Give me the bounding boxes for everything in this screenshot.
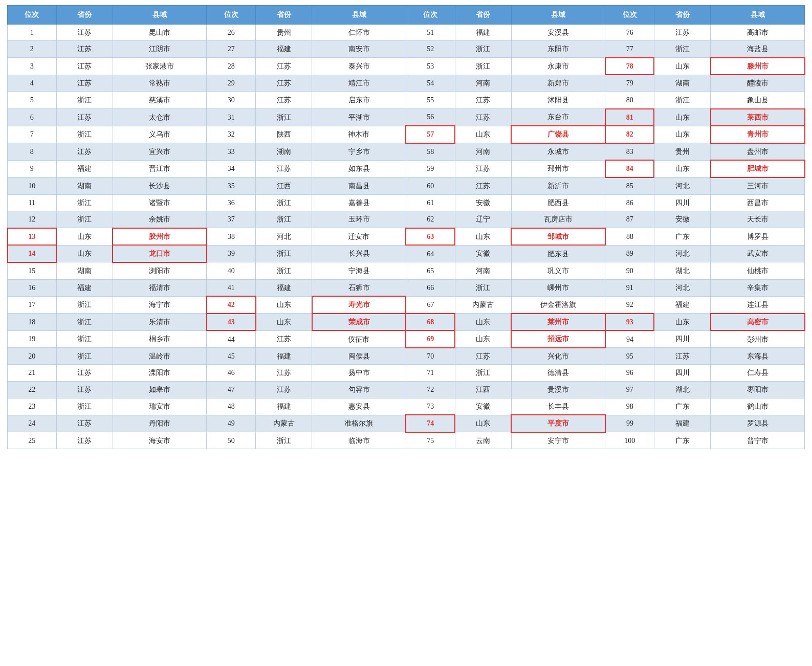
cell-county-4-1: 启东市 — [312, 92, 406, 108]
cell-rank-17-0: 18 — [8, 314, 57, 331]
cell-county-18-3: 彭州市 — [711, 330, 805, 348]
cell-prov-21-2: 江西 — [455, 382, 511, 398]
ranking-table: 位次 省份 县域 位次 省份 县域 位次 省份 县域 位次 省份 县域 1江苏昆… — [7, 5, 805, 449]
cell-rank-16-0: 17 — [8, 296, 57, 314]
cell-prov-10-0: 浙江 — [56, 194, 113, 211]
cell-county-8-0: 晋江市 — [113, 160, 207, 177]
cell-prov-0-0: 江苏 — [56, 24, 113, 41]
cell-prov-5-3: 山东 — [654, 109, 710, 126]
cell-prov-18-3: 四川 — [654, 330, 710, 348]
cell-prov-4-1: 江苏 — [256, 92, 312, 108]
cell-prov-16-2: 内蒙古 — [455, 296, 511, 314]
cell-county-9-3: 三河市 — [711, 177, 805, 194]
table-row: 8江苏宜兴市33湖南宁乡市58河南永城市83贵州盘州市 — [8, 143, 805, 161]
table-row: 13山东胶州市38河北迁安市63山东邹城市88广东博罗县 — [8, 228, 805, 246]
cell-county-21-3: 枣阳市 — [711, 382, 805, 398]
cell-county-15-0: 福清市 — [113, 279, 207, 296]
cell-rank-0-0: 1 — [8, 24, 57, 41]
cell-rank-21-1: 47 — [207, 382, 256, 398]
cell-county-7-3: 盘州市 — [711, 143, 805, 161]
cell-rank-17-3: 93 — [605, 314, 654, 331]
cell-county-17-3: 高密市 — [711, 314, 805, 331]
cell-rank-10-0: 11 — [8, 194, 57, 211]
cell-prov-17-3: 山东 — [654, 314, 710, 331]
cell-rank-13-2: 64 — [406, 245, 455, 262]
cell-rank-17-1: 43 — [207, 314, 256, 331]
cell-rank-0-1: 26 — [207, 24, 256, 41]
table-row: 7浙江义乌市32陕西神木市57山东广饶县82山东青州市 — [8, 126, 805, 143]
cell-rank-24-2: 75 — [406, 432, 455, 449]
cell-rank-0-3: 76 — [605, 24, 654, 41]
cell-rank-6-1: 32 — [207, 126, 256, 143]
header-prov-4: 省份 — [654, 6, 710, 25]
table-row: 2江苏江阴市27福建南安市52浙江东阳市77浙江海盐县 — [8, 41, 805, 58]
cell-rank-5-1: 31 — [207, 109, 256, 126]
cell-prov-17-0: 浙江 — [56, 314, 113, 331]
cell-rank-9-0: 10 — [8, 177, 57, 194]
cell-prov-2-2: 浙江 — [455, 58, 511, 75]
cell-rank-20-3: 96 — [605, 365, 654, 382]
cell-prov-21-3: 湖北 — [654, 382, 710, 398]
table-row: 12浙江余姚市37浙江玉环市62辽宁瓦房店市87安徽天长市 — [8, 211, 805, 228]
cell-rank-17-2: 68 — [406, 314, 455, 331]
cell-county-17-1: 荣成市 — [312, 314, 406, 331]
cell-county-4-2: 沭阳县 — [511, 92, 605, 108]
cell-rank-11-2: 62 — [406, 211, 455, 228]
table-row: 1江苏昆山市26贵州仁怀市51福建安溪县76江苏高邮市 — [8, 24, 805, 41]
cell-rank-24-0: 25 — [8, 432, 57, 449]
cell-prov-2-3: 山东 — [654, 58, 710, 75]
cell-rank-12-0: 13 — [8, 228, 57, 246]
cell-rank-19-1: 45 — [207, 348, 256, 365]
cell-prov-1-3: 浙江 — [654, 41, 710, 58]
cell-rank-24-3: 100 — [605, 432, 654, 449]
cell-rank-12-3: 88 — [605, 228, 654, 246]
cell-county-0-1: 仁怀市 — [312, 24, 406, 41]
cell-prov-9-1: 江西 — [256, 177, 312, 194]
cell-prov-14-1: 浙江 — [256, 262, 312, 279]
cell-county-17-0: 乐清市 — [113, 314, 207, 331]
cell-county-13-0: 龙口市 — [113, 245, 207, 262]
table-row: 3江苏张家港市28江苏泰兴市53浙江永康市78山东滕州市 — [8, 58, 805, 75]
table-row: 10湖南长沙县35江西南昌县60江苏新沂市85河北三河市 — [8, 177, 805, 194]
cell-prov-4-3: 浙江 — [654, 92, 710, 108]
cell-county-7-2: 永城市 — [511, 143, 605, 161]
cell-rank-5-3: 81 — [605, 109, 654, 126]
header-rank-1: 位次 — [8, 6, 57, 25]
cell-rank-15-0: 16 — [8, 279, 57, 296]
cell-rank-5-2: 56 — [406, 109, 455, 126]
cell-county-22-3: 鹤山市 — [711, 398, 805, 415]
cell-prov-14-3: 湖北 — [654, 262, 710, 279]
table-row: 6江苏太仓市31浙江平湖市56江苏东台市81山东莱西市 — [8, 109, 805, 126]
cell-rank-23-0: 24 — [8, 415, 57, 432]
header-rank-4: 位次 — [605, 6, 654, 25]
cell-prov-24-1: 浙江 — [256, 432, 312, 449]
cell-rank-15-3: 91 — [605, 279, 654, 296]
cell-rank-4-3: 80 — [605, 92, 654, 108]
cell-prov-13-2: 安徽 — [455, 245, 511, 262]
cell-county-4-3: 象山县 — [711, 92, 805, 108]
cell-rank-19-2: 70 — [406, 348, 455, 365]
cell-county-21-1: 句容市 — [312, 382, 406, 398]
cell-rank-21-2: 72 — [406, 382, 455, 398]
cell-county-11-0: 余姚市 — [113, 211, 207, 228]
cell-prov-3-3: 湖南 — [654, 75, 710, 92]
cell-prov-24-0: 江苏 — [56, 432, 113, 449]
cell-rank-6-3: 82 — [605, 126, 654, 143]
cell-county-5-0: 太仓市 — [113, 109, 207, 126]
cell-county-23-1: 准格尔旗 — [312, 415, 406, 432]
cell-county-6-0: 义乌市 — [113, 126, 207, 143]
cell-county-14-2: 巩义市 — [511, 262, 605, 279]
cell-prov-1-0: 江苏 — [56, 41, 113, 58]
cell-rank-11-0: 12 — [8, 211, 57, 228]
table-header-row: 位次 省份 县域 位次 省份 县域 位次 省份 县域 位次 省份 县域 — [8, 6, 805, 25]
cell-county-3-1: 靖江市 — [312, 75, 406, 92]
cell-rank-9-3: 85 — [605, 177, 654, 194]
cell-county-19-2: 兴化市 — [511, 348, 605, 365]
cell-county-0-3: 高邮市 — [711, 24, 805, 41]
cell-prov-7-3: 贵州 — [654, 143, 710, 161]
cell-prov-22-0: 浙江 — [56, 398, 113, 415]
cell-rank-1-2: 52 — [406, 41, 455, 58]
cell-prov-11-3: 安徽 — [654, 211, 710, 228]
cell-county-14-0: 浏阳市 — [113, 262, 207, 279]
table-row: 5浙江慈溪市30江苏启东市55江苏沭阳县80浙江象山县 — [8, 92, 805, 108]
